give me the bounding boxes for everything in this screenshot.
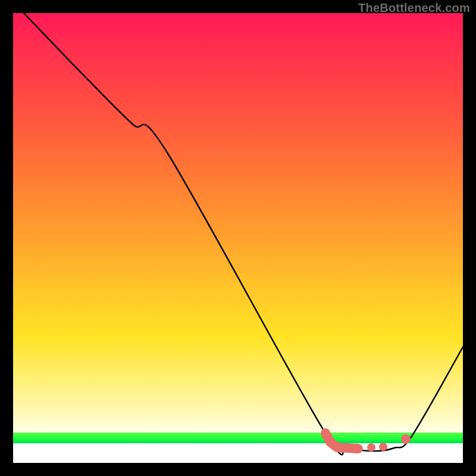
valley-dot-1 bbox=[367, 443, 375, 452]
valley-segment-thick bbox=[325, 433, 358, 449]
valley-dot-2 bbox=[379, 443, 387, 451]
bottleneck-curve bbox=[24, 13, 463, 455]
curve-layer bbox=[13, 13, 463, 463]
valley-dot-3 bbox=[401, 434, 411, 444]
chart-frame: TheBottleneck.com bbox=[0, 0, 476, 476]
plot-area bbox=[13, 13, 463, 463]
